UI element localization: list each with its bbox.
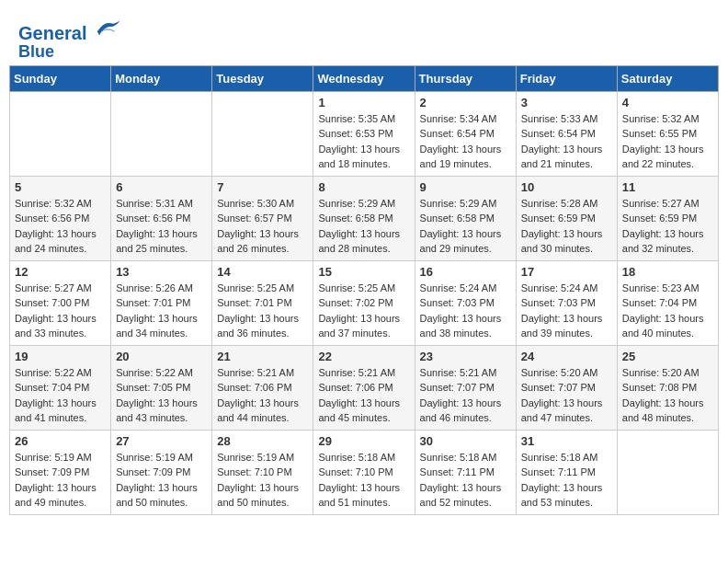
daylight-text: Daylight: 13 hours and 18 minutes. [318, 142, 409, 172]
cell-info: Sunrise: 5:29 AM Sunset: 6:58 PM Dayligh… [420, 196, 511, 257]
day-number: 29 [318, 434, 409, 448]
sunset-text: Sunset: 7:09 PM [15, 465, 106, 480]
sunset-text: Sunset: 7:06 PM [318, 380, 409, 396]
sunset-text: Sunset: 7:07 PM [521, 380, 612, 396]
sunrise-text: Sunrise: 5:24 AM [420, 281, 511, 296]
sunset-text: Sunset: 7:08 PM [622, 380, 713, 396]
sunset-text: Sunset: 6:55 PM [622, 126, 713, 142]
day-number: 1 [318, 96, 409, 109]
sunrise-text: Sunrise: 5:32 AM [15, 196, 106, 212]
cell-info: Sunrise: 5:29 AM Sunset: 6:58 PM Dayligh… [318, 196, 409, 257]
sunrise-text: Sunrise: 5:28 AM [521, 196, 612, 212]
daylight-text: Daylight: 13 hours and 39 minutes. [521, 311, 612, 341]
calendar-table: SundayMondayTuesdayWednesdayThursdayFrid… [9, 65, 719, 515]
col-header-wednesday: Wednesday [313, 65, 415, 91]
daylight-text: Daylight: 13 hours and 33 minutes. [15, 311, 106, 341]
calendar-cell [10, 91, 111, 176]
day-number: 14 [217, 265, 308, 279]
daylight-text: Daylight: 13 hours and 50 minutes. [116, 480, 207, 511]
week-row-3: 12 Sunrise: 5:27 AM Sunset: 7:00 PM Dayl… [10, 260, 719, 345]
calendar-cell: 10 Sunrise: 5:28 AM Sunset: 6:59 PM Dayl… [516, 176, 617, 260]
day-number: 30 [420, 434, 511, 448]
sunrise-text: Sunrise: 5:19 AM [116, 450, 207, 465]
sunrise-text: Sunrise: 5:22 AM [15, 365, 106, 381]
cell-info: Sunrise: 5:23 AM Sunset: 7:04 PM Dayligh… [622, 281, 713, 341]
cell-info: Sunrise: 5:27 AM Sunset: 6:59 PM Dayligh… [622, 196, 713, 257]
cell-info: Sunrise: 5:35 AM Sunset: 6:53 PM Dayligh… [318, 111, 409, 172]
cell-info: Sunrise: 5:18 AM Sunset: 7:11 PM Dayligh… [521, 450, 612, 511]
sunrise-text: Sunrise: 5:23 AM [622, 281, 713, 296]
day-number: 4 [622, 96, 713, 109]
daylight-text: Daylight: 13 hours and 30 minutes. [521, 226, 612, 257]
daylight-text: Daylight: 13 hours and 28 minutes. [318, 226, 409, 257]
day-number: 31 [521, 434, 612, 448]
sunset-text: Sunset: 7:05 PM [116, 380, 207, 396]
day-number: 2 [420, 96, 511, 109]
daylight-text: Daylight: 13 hours and 43 minutes. [116, 396, 207, 426]
calendar-cell: 17 Sunrise: 5:24 AM Sunset: 7:03 PM Dayl… [516, 260, 617, 345]
sunset-text: Sunset: 6:58 PM [318, 211, 409, 226]
sunrise-text: Sunrise: 5:30 AM [217, 196, 308, 212]
sunset-text: Sunset: 6:59 PM [521, 211, 612, 226]
daylight-text: Daylight: 13 hours and 41 minutes. [15, 396, 106, 426]
daylight-text: Daylight: 13 hours and 22 minutes. [622, 142, 713, 172]
daylight-text: Daylight: 13 hours and 24 minutes. [15, 226, 106, 257]
sunset-text: Sunset: 6:56 PM [15, 211, 106, 226]
sunset-text: Sunset: 7:11 PM [420, 465, 511, 480]
calendar-cell: 31 Sunrise: 5:18 AM Sunset: 7:11 PM Dayl… [516, 430, 617, 514]
calendar-cell: 21 Sunrise: 5:21 AM Sunset: 7:06 PM Dayl… [212, 345, 313, 430]
calendar-cell: 27 Sunrise: 5:19 AM Sunset: 7:09 PM Dayl… [111, 430, 212, 514]
cell-info: Sunrise: 5:32 AM Sunset: 6:56 PM Dayligh… [15, 196, 106, 257]
header-row: SundayMondayTuesdayWednesdayThursdayFrid… [10, 65, 719, 91]
sunrise-text: Sunrise: 5:35 AM [318, 111, 409, 127]
sunset-text: Sunset: 7:04 PM [622, 295, 713, 311]
daylight-text: Daylight: 13 hours and 46 minutes. [420, 396, 511, 426]
daylight-text: Daylight: 13 hours and 48 minutes. [622, 396, 713, 426]
cell-info: Sunrise: 5:20 AM Sunset: 7:07 PM Dayligh… [521, 365, 612, 426]
cell-info: Sunrise: 5:27 AM Sunset: 7:00 PM Dayligh… [15, 281, 106, 341]
day-number: 8 [318, 180, 409, 194]
cell-info: Sunrise: 5:31 AM Sunset: 6:56 PM Dayligh… [116, 196, 207, 257]
daylight-text: Daylight: 13 hours and 50 minutes. [217, 480, 308, 511]
calendar-cell: 19 Sunrise: 5:22 AM Sunset: 7:04 PM Dayl… [10, 345, 111, 430]
week-row-4: 19 Sunrise: 5:22 AM Sunset: 7:04 PM Dayl… [10, 345, 719, 430]
daylight-text: Daylight: 13 hours and 37 minutes. [318, 311, 409, 341]
sunrise-text: Sunrise: 5:18 AM [420, 450, 511, 465]
sunrise-text: Sunrise: 5:27 AM [622, 196, 713, 212]
sunrise-text: Sunrise: 5:25 AM [318, 281, 409, 296]
day-number: 19 [15, 350, 106, 363]
cell-info: Sunrise: 5:24 AM Sunset: 7:03 PM Dayligh… [521, 281, 612, 341]
col-header-sunday: Sunday [10, 65, 111, 91]
cell-info: Sunrise: 5:22 AM Sunset: 7:05 PM Dayligh… [116, 365, 207, 426]
calendar-cell: 28 Sunrise: 5:19 AM Sunset: 7:10 PM Dayl… [212, 430, 313, 514]
sunrise-text: Sunrise: 5:18 AM [318, 450, 409, 465]
sunset-text: Sunset: 7:06 PM [217, 380, 308, 396]
cell-info: Sunrise: 5:24 AM Sunset: 7:03 PM Dayligh… [420, 281, 511, 341]
day-number: 15 [318, 265, 409, 279]
sunset-text: Sunset: 6:57 PM [217, 211, 308, 226]
day-number: 5 [15, 180, 106, 194]
col-header-thursday: Thursday [415, 65, 516, 91]
day-number: 26 [15, 434, 106, 448]
daylight-text: Daylight: 13 hours and 52 minutes. [420, 480, 511, 511]
sunrise-text: Sunrise: 5:31 AM [116, 196, 207, 212]
day-number: 28 [217, 434, 308, 448]
day-number: 12 [15, 265, 106, 279]
sunset-text: Sunset: 6:54 PM [521, 126, 612, 142]
cell-info: Sunrise: 5:25 AM Sunset: 7:02 PM Dayligh… [318, 281, 409, 341]
day-number: 11 [622, 180, 713, 194]
sunrise-text: Sunrise: 5:29 AM [318, 196, 409, 212]
sunset-text: Sunset: 7:10 PM [318, 465, 409, 480]
calendar-cell: 2 Sunrise: 5:34 AM Sunset: 6:54 PM Dayli… [415, 91, 516, 176]
sunrise-text: Sunrise: 5:21 AM [318, 365, 409, 381]
calendar-cell: 6 Sunrise: 5:31 AM Sunset: 6:56 PM Dayli… [111, 176, 212, 260]
day-number: 13 [116, 265, 207, 279]
day-number: 22 [318, 350, 409, 363]
cell-info: Sunrise: 5:18 AM Sunset: 7:11 PM Dayligh… [420, 450, 511, 511]
calendar-cell: 3 Sunrise: 5:33 AM Sunset: 6:54 PM Dayli… [516, 91, 617, 176]
sunrise-text: Sunrise: 5:19 AM [217, 450, 308, 465]
calendar-cell [212, 91, 313, 176]
sunrise-text: Sunrise: 5:20 AM [521, 365, 612, 381]
sunset-text: Sunset: 7:02 PM [318, 295, 409, 311]
logo-blue-text: Blue [18, 43, 121, 62]
